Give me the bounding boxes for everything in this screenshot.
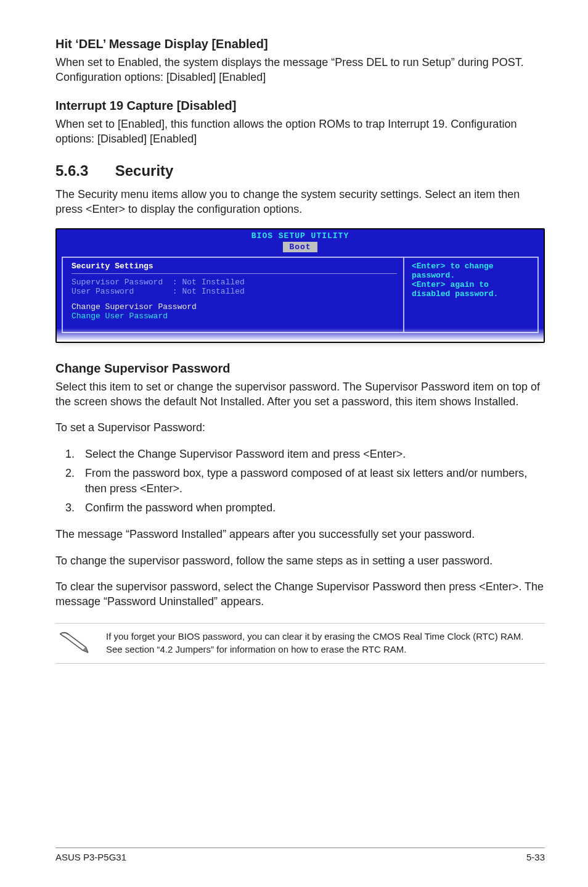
bios-help-text: <Enter> to change password. <Enter> agai…: [412, 262, 531, 299]
text-interrupt-19-desc: When set to [Enabled], this function all…: [55, 117, 545, 147]
heading-change-supervisor-password: Change Supervisor Password: [55, 361, 545, 376]
heading-hit-del: Hit ‘DEL’ Message Display [Enabled]: [55, 37, 545, 51]
section-number: 5.6.3: [55, 162, 111, 179]
bios-left-pane: Security Settings Supervisor Password : …: [62, 257, 403, 333]
page-footer: ASUS P3-P5G31 5-33: [55, 848, 545, 862]
bios-help-pane: <Enter> to change password. <Enter> agai…: [403, 257, 539, 333]
footer-page-number: 5-33: [526, 852, 545, 862]
bios-window: BIOS SETUP UTILITY Boot Security Setting…: [55, 228, 545, 343]
after-text-1: The message “Password Installed” appears…: [55, 527, 545, 542]
note-text: If you forget your BIOS password, you ca…: [106, 630, 542, 656]
step-2: From the password box, type a password c…: [78, 466, 545, 497]
footer-model: ASUS P3-P5G31: [55, 852, 126, 862]
section-name: Security: [115, 162, 174, 179]
bios-boot-tab: Boot: [283, 242, 317, 252]
text-hit-del-desc: When set to Enabled, the system displays…: [55, 55, 545, 85]
note-callout: If you forget your BIOS password, you ca…: [55, 623, 545, 664]
bios-change-user-item: Change User Passward: [71, 311, 168, 321]
bios-change-supervisor-item: Change Supervisor Password: [71, 302, 197, 311]
bios-supervisor-password-row: Supervisor Password : Not Installed: [71, 278, 397, 287]
bios-divider: [71, 273, 397, 274]
step-1: Select the Change Supervisor Password it…: [78, 447, 545, 462]
step-3: Confirm the password when prompted.: [78, 500, 545, 516]
bios-screenshot: BIOS SETUP UTILITY Boot Security Setting…: [55, 228, 545, 343]
bios-security-settings-title: Security Settings: [71, 262, 397, 271]
bios-header: BIOS SETUP UTILITY Boot: [57, 229, 544, 253]
bios-menu-items: Change Supervisor Password Change User P…: [71, 302, 397, 321]
section-intro: The Security menu items allow you to cha…: [55, 187, 545, 217]
heading-interrupt-19: Interrupt 19 Capture [Disabled]: [55, 99, 545, 113]
bios-title: BIOS SETUP UTILITY: [251, 231, 349, 241]
bios-user-password-row: User Password : Not Installed: [71, 287, 397, 296]
after-text-3: To clear the supervisor password, select…: [55, 579, 545, 609]
after-text-2: To change the supervisor password, follo…: [55, 553, 545, 568]
procedure-lead: To set a Supervisor Password:: [55, 420, 545, 435]
procedure-steps: Select the Change Supervisor Password it…: [55, 447, 545, 516]
section-heading: 5.6.3 Security: [55, 162, 545, 179]
text-change-supervisor-desc: Select this item to set or change the su…: [55, 379, 545, 410]
pencil-note-icon: [58, 630, 91, 657]
